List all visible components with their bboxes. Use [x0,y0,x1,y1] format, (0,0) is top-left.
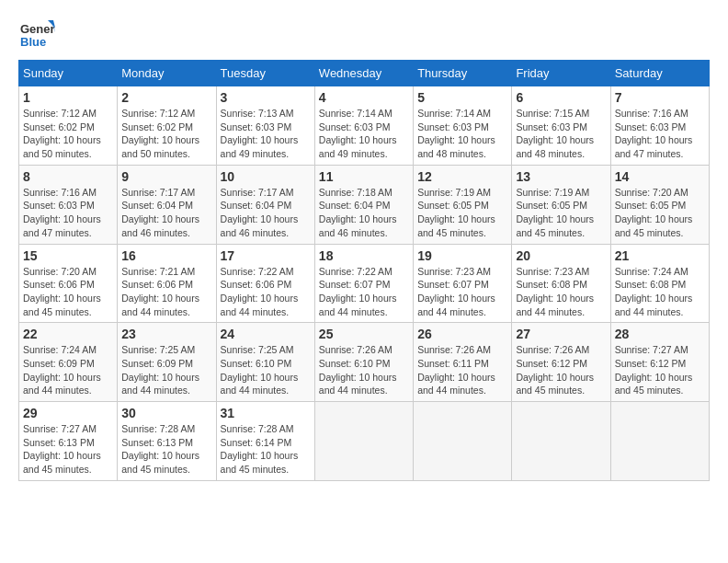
day-number: 29 [23,406,113,420]
calendar-cell: 5Sunrise: 7:14 AM Sunset: 6:03 PM Daylig… [414,86,512,166]
day-of-week-header: Monday [118,61,216,86]
day-info: Sunrise: 7:28 AM Sunset: 6:13 PM Dayligh… [121,422,211,477]
day-info: Sunrise: 7:26 AM Sunset: 6:12 PM Dayligh… [516,343,606,397]
calendar-cell: 3Sunrise: 7:13 AM Sunset: 6:03 PM Daylig… [216,86,314,166]
day-number: 27 [516,327,606,341]
svg-text:Blue: Blue [20,35,46,49]
day-info: Sunrise: 7:19 AM Sunset: 6:05 PM Dayligh… [417,186,507,240]
day-number: 5 [417,90,507,105]
calendar-week-row: 8Sunrise: 7:16 AM Sunset: 6:03 PM Daylig… [19,165,710,244]
calendar-cell [610,402,709,481]
calendar-cell: 28Sunrise: 7:27 AM Sunset: 6:12 PM Dayli… [610,323,709,402]
calendar-cell: 29Sunrise: 7:27 AM Sunset: 6:13 PM Dayli… [19,402,118,481]
day-number: 11 [319,169,409,184]
calendar-cell: 30Sunrise: 7:28 AM Sunset: 6:13 PM Dayli… [118,402,216,481]
day-info: Sunrise: 7:25 AM Sunset: 6:10 PM Dayligh… [221,343,311,397]
calendar-cell [512,402,610,481]
day-info: Sunrise: 7:20 AM Sunset: 6:06 PM Dayligh… [23,265,113,319]
calendar-cell: 9Sunrise: 7:17 AM Sunset: 6:04 PM Daylig… [118,165,216,244]
day-number: 19 [417,248,507,263]
day-of-week-header: Thursday [414,61,512,86]
day-info: Sunrise: 7:16 AM Sunset: 6:03 PM Dayligh… [23,186,113,240]
day-info: Sunrise: 7:24 AM Sunset: 6:08 PM Dayligh… [615,265,705,319]
calendar-cell: 21Sunrise: 7:24 AM Sunset: 6:08 PM Dayli… [610,244,709,323]
day-number: 24 [221,327,311,341]
day-info: Sunrise: 7:23 AM Sunset: 6:08 PM Dayligh… [516,265,606,319]
calendar-cell: 26Sunrise: 7:26 AM Sunset: 6:11 PM Dayli… [414,323,512,402]
calendar-cell: 31Sunrise: 7:28 AM Sunset: 6:14 PM Dayli… [216,402,314,481]
calendar-cell: 8Sunrise: 7:16 AM Sunset: 6:03 PM Daylig… [19,165,118,244]
day-info: Sunrise: 7:14 AM Sunset: 6:03 PM Dayligh… [417,107,507,161]
day-info: Sunrise: 7:26 AM Sunset: 6:11 PM Dayligh… [417,343,507,397]
calendar-cell: 16Sunrise: 7:21 AM Sunset: 6:06 PM Dayli… [118,244,216,323]
day-number: 30 [121,406,211,420]
day-number: 1 [23,90,113,105]
day-info: Sunrise: 7:19 AM Sunset: 6:05 PM Dayligh… [516,186,606,240]
day-info: Sunrise: 7:17 AM Sunset: 6:04 PM Dayligh… [121,186,211,240]
calendar-week-row: 1Sunrise: 7:12 AM Sunset: 6:02 PM Daylig… [19,86,710,166]
day-number: 6 [516,90,606,105]
calendar-cell: 14Sunrise: 7:20 AM Sunset: 6:05 PM Dayli… [610,165,709,244]
calendar-cell: 17Sunrise: 7:22 AM Sunset: 6:06 PM Dayli… [216,244,314,323]
calendar-cell: 24Sunrise: 7:25 AM Sunset: 6:10 PM Dayli… [216,323,314,402]
calendar-table: SundayMondayTuesdayWednesdayThursdayFrid… [18,60,710,481]
day-of-week-header: Tuesday [216,61,314,86]
day-number: 17 [221,248,311,263]
day-of-week-header: Friday [512,61,610,86]
day-number: 28 [615,327,705,341]
day-info: Sunrise: 7:25 AM Sunset: 6:09 PM Dayligh… [121,343,211,397]
day-number: 9 [121,169,211,184]
day-number: 26 [417,327,507,341]
day-number: 7 [615,90,705,105]
calendar-cell: 1Sunrise: 7:12 AM Sunset: 6:02 PM Daylig… [19,86,118,166]
calendar-week-row: 22Sunrise: 7:24 AM Sunset: 6:09 PM Dayli… [19,323,710,402]
calendar-cell: 22Sunrise: 7:24 AM Sunset: 6:09 PM Dayli… [19,323,118,402]
day-info: Sunrise: 7:23 AM Sunset: 6:07 PM Dayligh… [417,265,507,319]
day-info: Sunrise: 7:28 AM Sunset: 6:14 PM Dayligh… [221,422,311,477]
day-info: Sunrise: 7:26 AM Sunset: 6:10 PM Dayligh… [319,343,409,397]
day-number: 12 [417,169,507,184]
calendar-cell: 6Sunrise: 7:15 AM Sunset: 6:03 PM Daylig… [512,86,610,166]
calendar-cell: 11Sunrise: 7:18 AM Sunset: 6:04 PM Dayli… [314,165,413,244]
day-info: Sunrise: 7:22 AM Sunset: 6:07 PM Dayligh… [319,265,409,319]
day-number: 31 [221,406,311,420]
day-number: 4 [319,90,409,105]
logo-icon: General Blue [18,18,55,51]
day-number: 14 [615,169,705,184]
day-info: Sunrise: 7:27 AM Sunset: 6:13 PM Dayligh… [23,422,113,477]
day-info: Sunrise: 7:18 AM Sunset: 6:04 PM Dayligh… [319,186,409,240]
day-of-week-header: Sunday [19,61,118,86]
calendar-cell: 25Sunrise: 7:26 AM Sunset: 6:10 PM Dayli… [314,323,413,402]
calendar-cell: 15Sunrise: 7:20 AM Sunset: 6:06 PM Dayli… [19,244,118,323]
day-number: 15 [23,248,113,263]
day-info: Sunrise: 7:20 AM Sunset: 6:05 PM Dayligh… [615,186,705,240]
calendar-cell: 19Sunrise: 7:23 AM Sunset: 6:07 PM Dayli… [414,244,512,323]
day-info: Sunrise: 7:16 AM Sunset: 6:03 PM Dayligh… [615,107,705,161]
calendar-week-row: 29Sunrise: 7:27 AM Sunset: 6:13 PM Dayli… [19,402,710,481]
svg-text:General: General [20,22,55,36]
day-number: 18 [319,248,409,263]
day-info: Sunrise: 7:13 AM Sunset: 6:03 PM Dayligh… [221,107,311,161]
page-header: General Blue [18,18,710,51]
calendar-cell: 27Sunrise: 7:26 AM Sunset: 6:12 PM Dayli… [512,323,610,402]
day-number: 3 [221,90,311,105]
calendar-cell: 18Sunrise: 7:22 AM Sunset: 6:07 PM Dayli… [314,244,413,323]
calendar-cell: 13Sunrise: 7:19 AM Sunset: 6:05 PM Dayli… [512,165,610,244]
day-of-week-header: Wednesday [314,61,413,86]
calendar-cell: 12Sunrise: 7:19 AM Sunset: 6:05 PM Dayli… [414,165,512,244]
day-info: Sunrise: 7:27 AM Sunset: 6:12 PM Dayligh… [615,343,705,397]
calendar-cell: 20Sunrise: 7:23 AM Sunset: 6:08 PM Dayli… [512,244,610,323]
day-info: Sunrise: 7:21 AM Sunset: 6:06 PM Dayligh… [121,265,211,319]
calendar-cell: 7Sunrise: 7:16 AM Sunset: 6:03 PM Daylig… [610,86,709,166]
day-info: Sunrise: 7:24 AM Sunset: 6:09 PM Dayligh… [23,343,113,397]
calendar-header-row: SundayMondayTuesdayWednesdayThursdayFrid… [19,61,710,86]
day-info: Sunrise: 7:12 AM Sunset: 6:02 PM Dayligh… [23,107,113,161]
day-info: Sunrise: 7:14 AM Sunset: 6:03 PM Dayligh… [319,107,409,161]
calendar-cell [314,402,413,481]
calendar-cell: 23Sunrise: 7:25 AM Sunset: 6:09 PM Dayli… [118,323,216,402]
day-number: 2 [121,90,211,105]
day-info: Sunrise: 7:12 AM Sunset: 6:02 PM Dayligh… [121,107,211,161]
day-number: 16 [121,248,211,263]
day-number: 20 [516,248,606,263]
day-info: Sunrise: 7:15 AM Sunset: 6:03 PM Dayligh… [516,107,606,161]
